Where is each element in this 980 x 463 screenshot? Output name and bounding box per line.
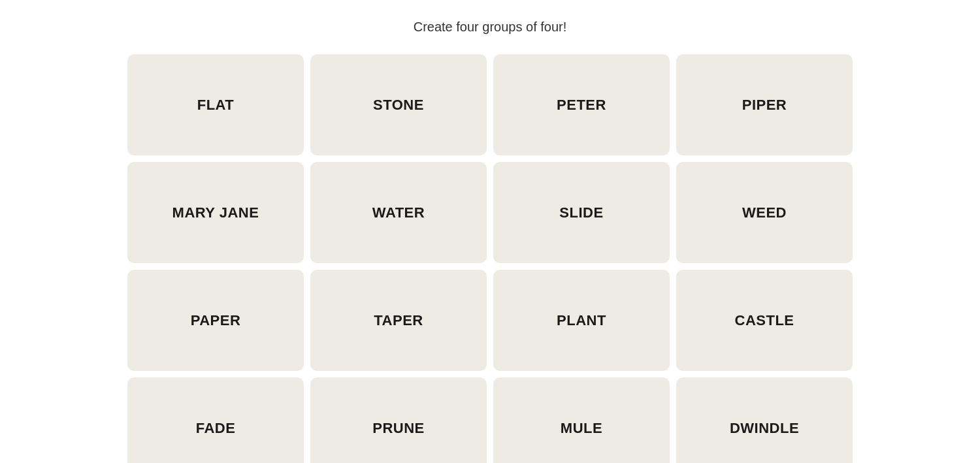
card-peter[interactable]: PETER <box>493 54 670 155</box>
card-water[interactable]: WATER <box>310 162 487 263</box>
card-label-taper: TAPER <box>367 306 429 336</box>
card-stone[interactable]: STONE <box>310 54 487 155</box>
card-label-prune: PRUNE <box>366 413 431 443</box>
card-label-dwindle: DWINDLE <box>723 413 806 443</box>
card-label-paper: PAPER <box>184 306 248 336</box>
card-label-plant: PLANT <box>550 306 613 336</box>
card-label-flat: FLAT <box>191 90 241 120</box>
card-dwindle[interactable]: DWINDLE <box>676 377 853 463</box>
card-label-peter: PETER <box>550 90 613 120</box>
card-label-weed: WEED <box>736 198 793 228</box>
card-weed[interactable]: WEED <box>676 162 853 263</box>
card-paper[interactable]: PAPER <box>127 270 304 371</box>
word-grid: FLATSTONEPETERPIPERMARY JANEWATERSLIDEWE… <box>127 54 853 463</box>
card-label-mule: MULE <box>554 413 609 443</box>
card-mary-jane[interactable]: MARY JANE <box>127 162 304 263</box>
card-label-mary-jane: MARY JANE <box>166 198 266 228</box>
card-label-piper: PIPER <box>736 90 794 120</box>
card-prune[interactable]: PRUNE <box>310 377 487 463</box>
card-label-slide: SLIDE <box>553 198 610 228</box>
card-label-stone: STONE <box>367 90 431 120</box>
card-piper[interactable]: PIPER <box>676 54 853 155</box>
card-label-water: WATER <box>366 198 431 228</box>
game-subtitle: Create four groups of four! <box>414 20 567 35</box>
card-label-fade: FADE <box>189 413 242 443</box>
card-flat[interactable]: FLAT <box>127 54 304 155</box>
card-slide[interactable]: SLIDE <box>493 162 670 263</box>
card-plant[interactable]: PLANT <box>493 270 670 371</box>
card-taper[interactable]: TAPER <box>310 270 487 371</box>
card-castle[interactable]: CASTLE <box>676 270 853 371</box>
card-mule[interactable]: MULE <box>493 377 670 463</box>
card-fade[interactable]: FADE <box>127 377 304 463</box>
card-label-castle: CASTLE <box>728 306 801 336</box>
